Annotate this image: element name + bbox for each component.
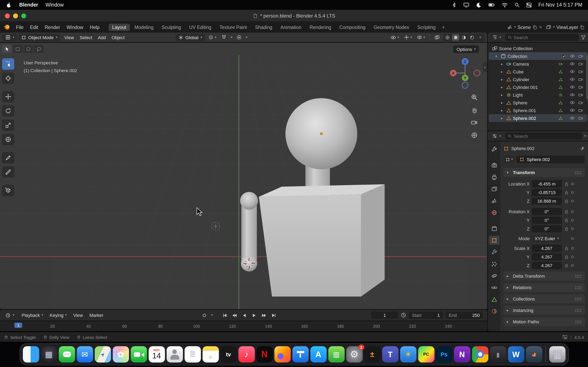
dock-icon-app-store[interactable]: A: [310, 346, 327, 363]
lock-icon[interactable]: [564, 190, 569, 195]
timeline-menu[interactable]: Keying ▾: [46, 312, 70, 319]
viewport-menu[interactable]: View: [61, 34, 77, 41]
workspace-tab[interactable]: Compositing: [336, 24, 369, 31]
dock-icon-calculator[interactable]: ±: [364, 346, 380, 363]
scene-selector[interactable]: ▾ Scene ✕: [507, 25, 542, 30]
hide-in-viewport-toggle[interactable]: [570, 77, 575, 82]
outliner-item[interactable]: ▸ Cylinder.001: [489, 83, 587, 91]
dock-icon-trash[interactable]: [549, 346, 565, 363]
workspace-tab[interactable]: UV Editing: [185, 24, 215, 31]
play-button[interactable]: [250, 312, 259, 319]
tab-data[interactable]: [489, 295, 499, 304]
animate-property-button[interactable]: [571, 219, 574, 221]
chevron-right-icon[interactable]: ▸: [501, 116, 505, 120]
disable-in-renders-toggle[interactable]: [578, 77, 583, 82]
tab-constraints[interactable]: [489, 283, 499, 292]
hide-in-viewport-toggle[interactable]: [570, 92, 575, 98]
drag-handle-icon[interactable]: [575, 320, 581, 324]
lock-icon[interactable]: [564, 246, 569, 250]
gizmo-z-neg-axis[interactable]: [462, 82, 468, 88]
dock-icon-keynote[interactable]: [292, 346, 309, 363]
dock-icon-system-settings[interactable]: ⚙ 2: [346, 346, 362, 363]
dock-icon-photos[interactable]: ✿: [112, 346, 129, 363]
new-viewlayer-icon[interactable]: [580, 25, 585, 30]
transform-value-field[interactable]: 0°: [532, 217, 562, 224]
drag-handle-icon[interactable]: [575, 171, 581, 174]
dock-icon-firefox[interactable]: [274, 346, 291, 363]
shading-solid-button[interactable]: [452, 34, 459, 41]
view-navigation-gizmo[interactable]: Z X Y: [450, 57, 481, 89]
viewlayer-selector[interactable]: ▾ ViewLayer: [546, 25, 585, 30]
topbar-menu[interactable]: Edit: [27, 24, 42, 31]
outliner-editor-type-button[interactable]: ▾: [490, 34, 503, 41]
dock-icon-apple-tv[interactable]: tv: [220, 346, 237, 363]
hide-in-viewport-toggle[interactable]: [570, 69, 575, 74]
apple-menu-icon[interactable]: [6, 2, 12, 8]
disable-in-renders-toggle[interactable]: [578, 85, 583, 90]
xray-toggle[interactable]: [433, 34, 441, 41]
3d-viewport[interactable]: User Perspective (1) Collection | Sphere…: [0, 43, 487, 309]
jump-to-end-button[interactable]: [269, 312, 278, 319]
select-mode-box[interactable]: [13, 45, 22, 53]
person-model[interactable]: [240, 98, 385, 297]
viewport-menu[interactable]: Select: [77, 34, 95, 41]
lock-icon[interactable]: [564, 182, 569, 186]
transform-value-field[interactable]: 0°: [532, 208, 562, 215]
tab-material[interactable]: [489, 307, 499, 316]
dock-icon-teams[interactable]: T: [382, 346, 398, 363]
topbar-menu[interactable]: Help: [86, 24, 103, 31]
zoom-button[interactable]: [471, 93, 478, 101]
tab-render[interactable]: [489, 161, 499, 170]
workspace-tab[interactable]: Sculpting: [158, 24, 185, 31]
screen-mirroring-icon[interactable]: [463, 2, 470, 8]
pivot-point-dropdown[interactable]: ▾: [207, 34, 218, 41]
disable-in-renders-toggle[interactable]: [578, 100, 583, 105]
transform-value-field[interactable]: 16.868 m: [532, 197, 562, 205]
play-reverse-button[interactable]: [240, 312, 249, 319]
dock-icon-pycharm[interactable]: PC: [418, 346, 434, 363]
menubar-clock[interactable]: Fri Nov 14 5:17 PM: [538, 2, 582, 8]
drag-handle-icon[interactable]: [575, 309, 581, 312]
topbar-menu[interactable]: Window: [63, 24, 86, 31]
hide-in-viewport-toggle[interactable]: [570, 115, 575, 121]
lock-icon[interactable]: [564, 226, 569, 231]
tool-transform[interactable]: [2, 134, 14, 145]
chevron-right-icon[interactable]: ▸: [501, 85, 505, 89]
new-scene-icon[interactable]: [532, 25, 537, 30]
chevron-right-icon[interactable]: ▸: [501, 93, 505, 97]
options-button[interactable]: Options ▾: [453, 45, 479, 53]
pan-view-button[interactable]: [471, 106, 478, 113]
workspace-tab[interactable]: Scripting: [414, 24, 439, 31]
shading-material-button[interactable]: [460, 34, 467, 41]
chevron-right-icon[interactable]: ▸: [501, 77, 505, 81]
tool-cursor[interactable]: [2, 73, 14, 84]
bluetooth-icon[interactable]: [451, 2, 457, 8]
tab-object[interactable]: [489, 236, 499, 245]
dock-icon-numbers[interactable]: ▥: [328, 346, 345, 363]
snap-dropdown[interactable]: ▾: [230, 34, 233, 41]
animate-property-button[interactable]: [571, 256, 574, 258]
workspace-tab[interactable]: Layout: [108, 24, 130, 31]
chevron-right-icon[interactable]: ▸: [501, 62, 505, 66]
topbar-menu[interactable]: File: [13, 24, 27, 31]
drag-handle-icon[interactable]: [575, 297, 581, 301]
lock-icon[interactable]: [564, 199, 569, 203]
add-workspace-button[interactable]: +: [439, 24, 448, 30]
animate-property-button[interactable]: [571, 191, 574, 194]
animate-property-button[interactable]: [571, 210, 574, 213]
animate-property-button[interactable]: [571, 227, 574, 230]
select-mode-lasso[interactable]: [34, 45, 44, 53]
drag-handle-icon[interactable]: [575, 286, 581, 289]
control-center-icon[interactable]: [526, 2, 532, 8]
wifi-icon[interactable]: [502, 2, 508, 8]
pin-icon[interactable]: [580, 146, 585, 151]
editor-type-button[interactable]: ▾: [2, 34, 17, 41]
timeline-editor-type-button[interactable]: ▾: [2, 312, 17, 319]
object-visibility-dropdown[interactable]: ▾: [389, 34, 401, 41]
battery-icon[interactable]: [488, 2, 495, 8]
tab-collection[interactable]: [489, 224, 499, 233]
tool-move[interactable]: [2, 91, 14, 102]
lock-icon[interactable]: [564, 263, 569, 268]
preview-range-icon[interactable]: [401, 312, 406, 318]
unlink-scene-icon[interactable]: ✕: [539, 25, 542, 29]
